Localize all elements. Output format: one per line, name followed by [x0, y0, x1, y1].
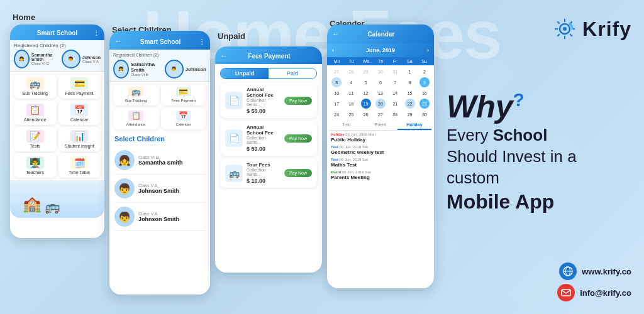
cal-30[interactable]: 30 [419, 109, 430, 119]
phone2-dots: ⋮ [199, 38, 205, 45]
p2-menu-att[interactable]: 📋Attendance [113, 107, 159, 129]
cal-27[interactable]: 27 [375, 109, 386, 119]
cal-6[interactable]: 6 [375, 77, 386, 87]
p2-menu-fees[interactable]: 💳Fees Payment [161, 84, 207, 106]
child-row-3[interactable]: 👦 Class V A Johnson Smith [114, 203, 205, 231]
cal-1[interactable]: 1 [405, 67, 415, 77]
day-su: Su [417, 58, 431, 64]
email-icon [557, 284, 575, 301]
cal-2[interactable]: 2 [419, 67, 430, 77]
phone4-title: Calender [368, 31, 395, 38]
cal-23[interactable]: 23 [419, 99, 430, 109]
cal-28-prev[interactable]: 28 [346, 67, 356, 77]
cal-10[interactable]: 10 [331, 88, 341, 98]
cal-11[interactable]: 11 [346, 88, 356, 98]
cal-next[interactable]: › [427, 47, 429, 53]
child-row-avatar-2: 👦 [114, 178, 135, 198]
event-holiday: Holiday 03 Jun, 2019 Mon Public Holiday [331, 133, 430, 143]
fee-card-1: 📄 Annual School Fee Collection Items... … [220, 83, 317, 118]
cal-31-prev[interactable]: 31 [390, 67, 400, 77]
cal-12[interactable]: 12 [361, 88, 371, 98]
cal-29-prev[interactable]: 29 [361, 67, 371, 77]
fee-icon-1: 📄 [225, 92, 243, 109]
tab-unpaid[interactable]: Unpaid [221, 68, 269, 78]
cal-15[interactable]: 15 [405, 88, 415, 98]
day-we: We [358, 58, 373, 64]
menu-calendar[interactable]: 📅Calendar [58, 100, 101, 125]
svg-rect-14 [562, 290, 570, 296]
fee-icon-3: 🚌 [225, 165, 243, 182]
p2-menu-cal[interactable]: 📅Calender [161, 107, 207, 129]
day-tu: Tu [344, 58, 358, 64]
cal-prev[interactable]: ‹ [332, 47, 334, 53]
svg-line-9 [557, 34, 560, 36]
cal-month-header: ‹ June, 2019 › [327, 43, 434, 57]
cal-days-header: Mo Tu We Th Fr Sa Su [327, 57, 434, 65]
cal-grid: 27 28 29 30 31 1 2 3 4 5 6 7 8 9 10 11 1 [327, 65, 434, 121]
phone4-frame: ← Calender ‹ June, 2019 › Mo Tu We Th Fr [327, 24, 434, 288]
pay-btn-2[interactable]: Pay Now [284, 134, 312, 143]
cal-13[interactable]: 13 [375, 88, 386, 98]
cal-3[interactable]: 3 [331, 77, 341, 87]
menu-fees[interactable]: 💳Fees Payment [58, 74, 101, 99]
cal-30-prev[interactable]: 30 [375, 67, 386, 77]
phone2-children-list: 👧 Class VI B Samantha Smith 👦 Class V A … [109, 144, 210, 234]
cal-26[interactable]: 26 [361, 109, 371, 119]
cal-7[interactable]: 7 [390, 77, 400, 87]
cal-17[interactable]: 17 [331, 99, 341, 109]
cal-27-prev[interactable]: 27 [331, 67, 341, 77]
menu-insight[interactable]: 📊Student Insight [58, 127, 101, 151]
cal-22[interactable]: 22 [405, 99, 415, 109]
child-row-1[interactable]: 👧 Class VI B Samantha Smith [114, 146, 205, 175]
child-avatar-2: 👦 [62, 50, 80, 68]
fee-info-3: Tour Fees Collection Items... $ 10.00 [247, 162, 280, 184]
p2-avatar-2: 👦 [165, 60, 184, 78]
select-children-title: Select Children [109, 131, 210, 144]
day-sa: Sa [402, 58, 417, 64]
tagline-why: Why? [447, 90, 631, 122]
p2-menu-bus[interactable]: 🚌Bus Tracking [113, 84, 159, 106]
cal-month: June, 2019 [366, 47, 395, 53]
menu-bus[interactable]: 🚌Bus Tracking [14, 74, 57, 99]
cal-20[interactable]: 20 [375, 99, 386, 109]
cal-5[interactable]: 5 [361, 77, 371, 87]
cal-tabs: Test Event Holiday [330, 121, 431, 131]
fees-tabs: Unpaid Paid [220, 68, 317, 79]
child-row-2[interactable]: 👦 Class V A Johnson Smith [114, 175, 205, 203]
cal-4[interactable]: 4 [346, 77, 356, 87]
phone2-registered: Registered Children (2) 👧 Samantha Smith… [109, 50, 210, 82]
phone1-bottom: 🏫 🚌 [10, 180, 104, 218]
email-text: info@krify.co [580, 288, 631, 298]
pay-btn-1[interactable]: Pay Now [284, 97, 312, 105]
phone2-group: Select Children ← Smart School ⋮ Registe… [109, 25, 210, 295]
cal-18[interactable]: 18 [346, 99, 356, 109]
cal-28[interactable]: 28 [390, 109, 400, 119]
tagline: Why? Every School Should Invest in a cus… [447, 41, 631, 263]
phone4-header: ← Calender [327, 24, 434, 43]
tab-paid[interactable]: Paid [269, 68, 316, 78]
right-section: Krify Why? Every School Should Invest in… [440, 6, 644, 308]
phone1-title: Smart School [37, 30, 77, 36]
menu-teachers[interactable]: 👨‍🏫Teachers [14, 153, 57, 178]
pay-btn-3[interactable]: Pay Now [284, 169, 312, 177]
cal-14[interactable]: 14 [390, 88, 400, 98]
cal-9[interactable]: 9 [419, 77, 430, 87]
content-wrapper: Home Smart School ⋮ Registered Children … [0, 0, 644, 314]
menu-tests[interactable]: 📝Tests [14, 127, 57, 151]
cal-tab-event[interactable]: Event [364, 121, 397, 130]
cal-29[interactable]: 29 [405, 109, 415, 119]
cal-8[interactable]: 8 [405, 77, 415, 87]
cal-16[interactable]: 16 [419, 88, 430, 98]
menu-attendance[interactable]: 📋Attendance [14, 100, 57, 125]
cal-19[interactable]: 19 [361, 99, 371, 109]
cal-25[interactable]: 25 [346, 109, 356, 119]
fee-info-1: Annual School Fee Collection Items... $ … [247, 87, 280, 114]
event-test-1: Test 06 Jun, 2019 Sat Geometric weekly t… [331, 145, 430, 155]
cal-tab-test[interactable]: Test [330, 121, 364, 130]
cal-24[interactable]: 24 [331, 109, 341, 119]
fee-card-3: 🚌 Tour Fees Collection Items... $ 10.00 … [220, 158, 317, 188]
globe-icon [559, 263, 577, 280]
cal-21[interactable]: 21 [390, 99, 400, 109]
cal-tab-holiday[interactable]: Holiday [397, 121, 431, 130]
menu-timetable[interactable]: 🗓️Time Table [58, 153, 101, 178]
